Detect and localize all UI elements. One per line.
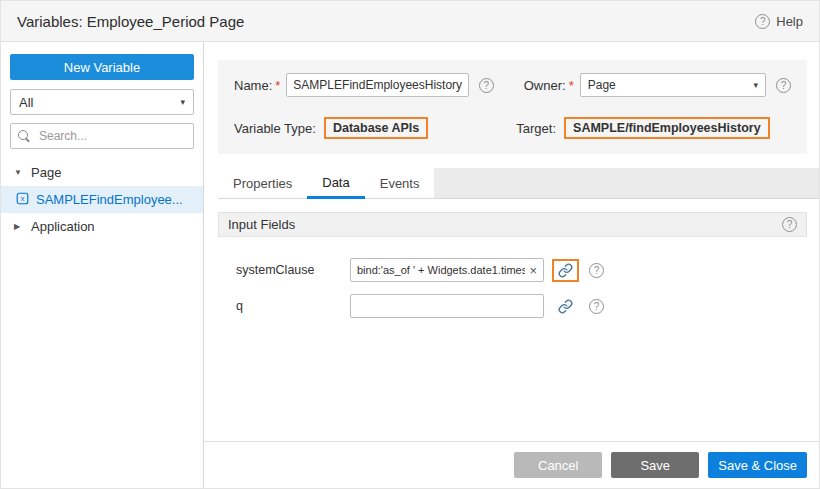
required-marker: * bbox=[569, 78, 574, 93]
tree-expanded-icon: ▼ bbox=[14, 168, 24, 177]
variable-icon: x bbox=[16, 192, 29, 208]
search-icon bbox=[18, 130, 31, 143]
help-button[interactable]: ? Help bbox=[755, 14, 803, 29]
systemclause-label: systemClause bbox=[218, 263, 350, 277]
input-fields-header: Input Fields ? bbox=[218, 212, 807, 237]
required-marker: * bbox=[275, 78, 280, 93]
clear-icon[interactable]: × bbox=[529, 264, 537, 277]
field-row-systemclause: systemClause bind:'as_of ' + Widgets.dat… bbox=[218, 258, 807, 282]
variable-form: Name: * ? Owner: * Page ▾ ? Variable Typ… bbox=[218, 60, 807, 154]
variable-type-value: Database APIs bbox=[333, 121, 419, 135]
tree-item-application[interactable]: ▶ Application bbox=[1, 213, 203, 240]
chevron-down-icon: ▾ bbox=[180, 97, 185, 107]
search-input[interactable] bbox=[37, 128, 186, 144]
help-label: Help bbox=[776, 14, 803, 29]
filter-dropdown[interactable]: All ▾ bbox=[10, 89, 194, 115]
tree-item-label: Page bbox=[31, 165, 61, 180]
search-box bbox=[10, 123, 194, 149]
q-label: q bbox=[218, 299, 350, 313]
q-help-icon[interactable]: ? bbox=[589, 299, 604, 314]
tree-item-label: SAMPLEFindEmployee... bbox=[36, 192, 183, 207]
chevron-down-icon: ▾ bbox=[753, 80, 758, 90]
svg-text:x: x bbox=[21, 194, 25, 203]
tab-data[interactable]: Data bbox=[307, 168, 364, 199]
name-label: Name: bbox=[234, 78, 272, 93]
filter-value: All bbox=[19, 95, 33, 110]
systemclause-help-icon[interactable]: ? bbox=[589, 263, 604, 278]
help-icon: ? bbox=[755, 14, 770, 29]
input-fields-title: Input Fields bbox=[228, 217, 295, 232]
owner-value: Page bbox=[588, 78, 616, 92]
input-fields-help-icon[interactable]: ? bbox=[782, 217, 797, 232]
owner-select[interactable]: Page ▾ bbox=[580, 73, 766, 97]
name-input[interactable] bbox=[286, 73, 468, 97]
owner-label: Owner: bbox=[524, 78, 566, 93]
q-input[interactable] bbox=[350, 294, 544, 318]
target-highlight: SAMPLE/findEmployeesHistory bbox=[564, 117, 770, 139]
link-icon bbox=[558, 299, 573, 314]
page-title: Variables: Employee_Period Page bbox=[17, 13, 244, 30]
systemclause-input[interactable]: bind:'as_of ' + Widgets.date1.timestam × bbox=[350, 258, 544, 282]
tab-bar: Properties Data Events bbox=[218, 168, 819, 199]
save-close-button[interactable]: Save & Close bbox=[708, 452, 807, 478]
form-row-type-target: Variable Type: Database APIs Target: SAM… bbox=[234, 117, 791, 139]
variable-type-label: Variable Type: bbox=[234, 121, 316, 136]
tab-events[interactable]: Events bbox=[365, 168, 435, 199]
main-panel: Name: * ? Owner: * Page ▾ ? Variable Typ… bbox=[204, 42, 819, 488]
field-row-q: q ? bbox=[218, 294, 807, 318]
tree-item-page[interactable]: ▼ Page bbox=[1, 159, 203, 186]
sidebar: New Variable All ▾ ▼ Page x bbox=[1, 42, 204, 488]
owner-help-icon[interactable]: ? bbox=[776, 78, 791, 93]
form-row-name-owner: Name: * ? Owner: * Page ▾ ? bbox=[234, 73, 791, 97]
target-label: Target: bbox=[516, 121, 556, 136]
input-fields-list: systemClause bind:'as_of ' + Widgets.dat… bbox=[218, 246, 807, 318]
q-link-button[interactable] bbox=[552, 295, 579, 318]
tree-item-label: Application bbox=[31, 219, 95, 234]
variable-type-highlight: Database APIs bbox=[324, 117, 428, 139]
tree-collapsed-icon: ▶ bbox=[14, 222, 24, 231]
variables-tree: ▼ Page x SAMPLEFindEmployee... ▶ Applica… bbox=[1, 159, 203, 240]
new-variable-button[interactable]: New Variable bbox=[10, 54, 194, 80]
target-value: SAMPLE/findEmployeesHistory bbox=[573, 121, 761, 135]
tree-item-variable-selected[interactable]: x SAMPLEFindEmployee... bbox=[1, 186, 203, 213]
link-icon bbox=[558, 263, 573, 278]
systemclause-link-highlight[interactable] bbox=[552, 259, 579, 282]
header-bar: Variables: Employee_Period Page ? Help bbox=[1, 1, 819, 42]
name-help-icon[interactable]: ? bbox=[479, 78, 494, 93]
footer-bar: Cancel Save Save & Close bbox=[204, 441, 819, 488]
app-window: Variables: Employee_Period Page ? Help N… bbox=[0, 0, 820, 489]
systemclause-value: bind:'as_of ' + Widgets.date1.timestam bbox=[357, 264, 525, 276]
tab-bar-filler bbox=[434, 168, 819, 199]
body: New Variable All ▾ ▼ Page x bbox=[1, 42, 819, 488]
save-button[interactable]: Save bbox=[611, 452, 699, 478]
cancel-button[interactable]: Cancel bbox=[514, 452, 602, 478]
tab-properties[interactable]: Properties bbox=[218, 168, 307, 199]
